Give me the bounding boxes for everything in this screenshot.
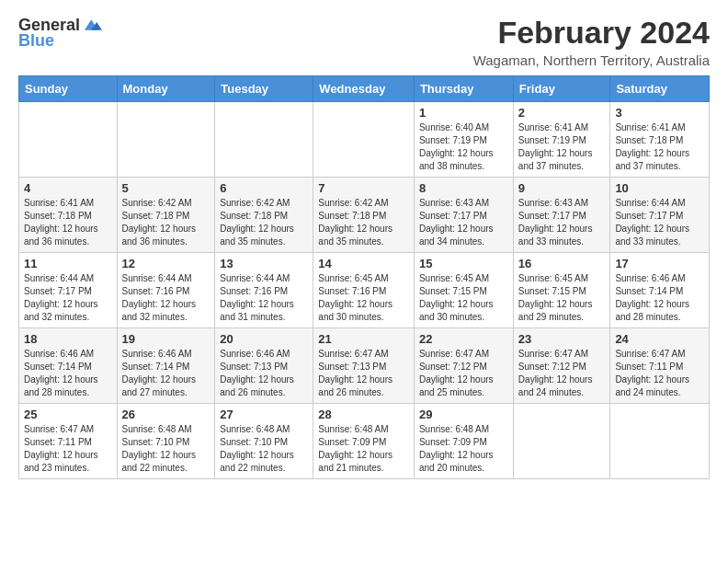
day-number: 24 — [615, 332, 704, 346]
day-number: 4 — [24, 181, 112, 195]
calendar-cell: 3Sunrise: 6:41 AM Sunset: 7:18 PM Daylig… — [610, 102, 710, 178]
col-header-tuesday: Tuesday — [215, 76, 313, 102]
col-header-friday: Friday — [513, 76, 610, 102]
day-info: Sunrise: 6:46 AM Sunset: 7:13 PM Dayligh… — [220, 348, 308, 399]
col-header-saturday: Saturday — [610, 76, 710, 102]
day-info: Sunrise: 6:43 AM Sunset: 7:17 PM Dayligh… — [518, 197, 606, 248]
day-info: Sunrise: 6:45 AM Sunset: 7:15 PM Dayligh… — [419, 272, 508, 324]
calendar-cell: 27Sunrise: 6:48 AM Sunset: 7:10 PM Dayli… — [215, 404, 313, 479]
col-header-monday: Monday — [117, 76, 215, 102]
day-number: 21 — [318, 332, 409, 346]
calendar-cell: 10Sunrise: 6:44 AM Sunset: 7:17 PM Dayli… — [610, 178, 710, 253]
day-info: Sunrise: 6:46 AM Sunset: 7:14 PM Dayligh… — [122, 348, 210, 399]
day-number: 15 — [419, 257, 508, 270]
calendar-cell: 2Sunrise: 6:41 AM Sunset: 7:19 PM Daylig… — [513, 102, 610, 178]
calendar-cell — [19, 102, 118, 178]
calendar-week-row: 11Sunrise: 6:44 AM Sunset: 7:17 PM Dayli… — [19, 253, 710, 328]
day-number: 6 — [220, 181, 308, 195]
calendar-cell — [313, 102, 415, 178]
logo-icon — [82, 15, 102, 35]
day-number: 25 — [24, 408, 112, 421]
calendar-cell: 29Sunrise: 6:48 AM Sunset: 7:09 PM Dayli… — [414, 404, 513, 479]
day-number: 7 — [318, 181, 409, 195]
day-number: 2 — [518, 106, 606, 120]
calendar-cell: 4Sunrise: 6:41 AM Sunset: 7:18 PM Daylig… — [19, 178, 118, 253]
day-number: 10 — [615, 181, 704, 195]
day-info: Sunrise: 6:41 AM Sunset: 7:19 PM Dayligh… — [518, 121, 606, 173]
day-info: Sunrise: 6:46 AM Sunset: 7:14 PM Dayligh… — [24, 348, 112, 399]
day-number: 23 — [518, 332, 606, 346]
day-info: Sunrise: 6:48 AM Sunset: 7:10 PM Dayligh… — [220, 423, 308, 475]
day-info: Sunrise: 6:47 AM Sunset: 7:11 PM Dayligh… — [24, 423, 112, 475]
calendar-week-row: 1Sunrise: 6:40 AM Sunset: 7:19 PM Daylig… — [19, 102, 710, 178]
day-number: 5 — [122, 181, 210, 195]
day-info: Sunrise: 6:44 AM Sunset: 7:17 PM Dayligh… — [24, 272, 112, 324]
calendar-cell: 21Sunrise: 6:47 AM Sunset: 7:13 PM Dayli… — [313, 328, 415, 404]
day-number: 3 — [615, 106, 704, 120]
logo: General Blue — [18, 15, 102, 51]
day-info: Sunrise: 6:48 AM Sunset: 7:10 PM Dayligh… — [122, 423, 210, 475]
day-number: 28 — [318, 408, 409, 421]
calendar-week-row: 18Sunrise: 6:46 AM Sunset: 7:14 PM Dayli… — [19, 328, 710, 404]
calendar-cell: 11Sunrise: 6:44 AM Sunset: 7:17 PM Dayli… — [19, 253, 118, 328]
day-number: 22 — [419, 332, 508, 346]
day-number: 12 — [122, 257, 210, 270]
calendar-cell — [215, 102, 313, 178]
calendar-cell: 13Sunrise: 6:44 AM Sunset: 7:16 PM Dayli… — [215, 253, 313, 328]
day-info: Sunrise: 6:48 AM Sunset: 7:09 PM Dayligh… — [318, 423, 409, 475]
day-info: Sunrise: 6:44 AM Sunset: 7:17 PM Dayligh… — [615, 197, 704, 248]
calendar-cell: 16Sunrise: 6:45 AM Sunset: 7:15 PM Dayli… — [513, 253, 610, 328]
col-header-wednesday: Wednesday — [313, 76, 415, 102]
title-area: February 2024 Wagaman, Northern Territor… — [473, 15, 710, 68]
day-info: Sunrise: 6:42 AM Sunset: 7:18 PM Dayligh… — [220, 197, 308, 248]
day-number: 11 — [24, 257, 112, 270]
day-number: 17 — [615, 257, 704, 270]
calendar-cell: 5Sunrise: 6:42 AM Sunset: 7:18 PM Daylig… — [117, 178, 215, 253]
calendar-week-row: 25Sunrise: 6:47 AM Sunset: 7:11 PM Dayli… — [19, 404, 710, 479]
day-info: Sunrise: 6:46 AM Sunset: 7:14 PM Dayligh… — [615, 272, 704, 324]
day-info: Sunrise: 6:41 AM Sunset: 7:18 PM Dayligh… — [615, 121, 704, 173]
calendar-cell — [117, 102, 215, 178]
calendar-week-row: 4Sunrise: 6:41 AM Sunset: 7:18 PM Daylig… — [19, 178, 710, 253]
col-header-sunday: Sunday — [19, 76, 118, 102]
calendar-table: SundayMondayTuesdayWednesdayThursdayFrid… — [18, 75, 710, 479]
day-info: Sunrise: 6:45 AM Sunset: 7:16 PM Dayligh… — [318, 272, 409, 324]
calendar-cell: 25Sunrise: 6:47 AM Sunset: 7:11 PM Dayli… — [19, 404, 118, 479]
day-number: 19 — [122, 332, 210, 346]
calendar-cell: 6Sunrise: 6:42 AM Sunset: 7:18 PM Daylig… — [215, 178, 313, 253]
calendar-cell: 9Sunrise: 6:43 AM Sunset: 7:17 PM Daylig… — [513, 178, 610, 253]
calendar-cell: 17Sunrise: 6:46 AM Sunset: 7:14 PM Dayli… — [610, 253, 710, 328]
day-info: Sunrise: 6:41 AM Sunset: 7:18 PM Dayligh… — [24, 197, 112, 248]
calendar-cell: 1Sunrise: 6:40 AM Sunset: 7:19 PM Daylig… — [414, 102, 513, 178]
calendar-header-row: SundayMondayTuesdayWednesdayThursdayFrid… — [19, 76, 710, 102]
day-number: 13 — [220, 257, 308, 270]
day-info: Sunrise: 6:47 AM Sunset: 7:13 PM Dayligh… — [318, 348, 409, 399]
location-subtitle: Wagaman, Northern Territory, Australia — [473, 52, 710, 68]
month-year-title: February 2024 — [473, 15, 710, 51]
day-number: 27 — [220, 408, 308, 421]
day-number: 20 — [220, 332, 308, 346]
day-info: Sunrise: 6:44 AM Sunset: 7:16 PM Dayligh… — [122, 272, 210, 324]
day-info: Sunrise: 6:42 AM Sunset: 7:18 PM Dayligh… — [318, 197, 409, 248]
calendar-cell: 8Sunrise: 6:43 AM Sunset: 7:17 PM Daylig… — [414, 178, 513, 253]
day-number: 29 — [419, 408, 508, 421]
day-info: Sunrise: 6:47 AM Sunset: 7:12 PM Dayligh… — [518, 348, 606, 399]
logo-blue: Blue — [18, 31, 54, 51]
day-info: Sunrise: 6:40 AM Sunset: 7:19 PM Dayligh… — [419, 121, 508, 173]
header: General Blue February 2024 Wagaman, Nort… — [18, 15, 710, 68]
calendar-cell: 23Sunrise: 6:47 AM Sunset: 7:12 PM Dayli… — [513, 328, 610, 404]
col-header-thursday: Thursday — [414, 76, 513, 102]
day-number: 1 — [419, 106, 508, 120]
day-number: 18 — [24, 332, 112, 346]
calendar-cell: 7Sunrise: 6:42 AM Sunset: 7:18 PM Daylig… — [313, 178, 415, 253]
calendar-cell: 26Sunrise: 6:48 AM Sunset: 7:10 PM Dayli… — [117, 404, 215, 479]
calendar-cell: 24Sunrise: 6:47 AM Sunset: 7:11 PM Dayli… — [610, 328, 710, 404]
day-number: 16 — [518, 257, 606, 270]
day-info: Sunrise: 6:42 AM Sunset: 7:18 PM Dayligh… — [122, 197, 210, 248]
calendar-cell: 12Sunrise: 6:44 AM Sunset: 7:16 PM Dayli… — [117, 253, 215, 328]
day-info: Sunrise: 6:44 AM Sunset: 7:16 PM Dayligh… — [220, 272, 308, 324]
day-info: Sunrise: 6:47 AM Sunset: 7:12 PM Dayligh… — [419, 348, 508, 399]
day-number: 9 — [518, 181, 606, 195]
calendar-cell: 22Sunrise: 6:47 AM Sunset: 7:12 PM Dayli… — [414, 328, 513, 404]
calendar-cell: 18Sunrise: 6:46 AM Sunset: 7:14 PM Dayli… — [19, 328, 118, 404]
